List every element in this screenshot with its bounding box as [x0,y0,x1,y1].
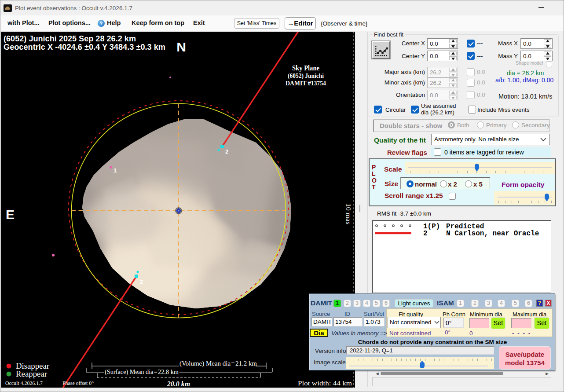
svg-text:(Surface) Mean dia = 22.8 km: (Surface) Mean dia = 22.8 km [105,368,179,376]
svg-text:2: 2 [423,230,428,238]
svg-text:E: E [6,207,15,222]
svg-text:1: 1 [114,167,117,174]
svg-text:Plot width: 44 km: Plot width: 44 km [298,380,352,387]
svg-text:DAMIT #13754: DAMIT #13754 [286,80,326,87]
svg-text:2: 2 [225,148,228,155]
svg-text:Phase offset 0°: Phase offset 0° [62,380,94,386]
svg-text:Geocentric X -4024.6 ±0.4 Y: Geocentric X -4024.6 ±0.4 Y 3484.3 ±0.3 … [4,42,165,51]
svg-text:N: N [176,40,186,54]
svg-text:(6052) Junichi 2025 Sep 28: (6052) Junichi 2025 Sep 28 26.2 km [4,34,136,43]
svg-text:Reappear: Reappear [16,369,48,378]
svg-text:20.0 km: 20.0 km [167,380,190,388]
svg-text:2: 2 [140,278,143,285]
svg-text:(6052) Junichi: (6052) Junichi [288,72,324,80]
svg-text:10 mas: 10 mas [345,203,352,224]
svg-text:(Volume) Mean dia = 21.2 km: (Volume) Mean dia = 21.2 km [179,360,257,367]
svg-text:N Carlson, near Oracle: N Carlson, near Oracle [446,230,539,238]
svg-text:Occult 4.2026.1.7: Occult 4.2026.1.7 [5,380,43,386]
svg-text:Sky Plane: Sky Plane [292,64,319,72]
